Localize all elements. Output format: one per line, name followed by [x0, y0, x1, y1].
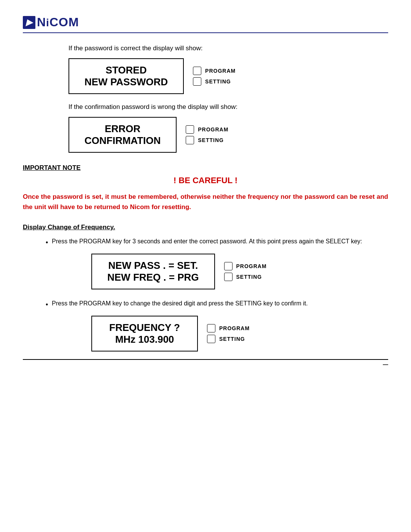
newpass-program-label: PROGRAM	[236, 263, 267, 269]
logo-text: NiCOM	[37, 15, 79, 29]
stored-setting-button[interactable]	[193, 77, 201, 86]
freq-display-box: FREQUENCY ? MHz 103.900	[91, 316, 198, 351]
display-change-section: Display Change of Frequency. • Press the…	[23, 224, 388, 351]
freq-buttons: PROGRAM SETTING	[207, 324, 250, 343]
bullet-text-1: Press the PROGRAM key for 3 seconds and …	[52, 236, 388, 246]
freq-setting-button[interactable]	[207, 335, 215, 343]
important-note-label: IMPORTANT NOTE	[23, 164, 388, 172]
freq-program-label: PROGRAM	[219, 325, 250, 331]
stored-line2: NEW PASSWORD	[84, 76, 168, 88]
error-program-button[interactable]	[186, 125, 194, 134]
bullet-text-2: Press the PROGRAM key to change the desi…	[52, 299, 388, 308]
freq-line2: MHz 103.900	[107, 334, 182, 345]
newpass-row: NEW PASS . = SET. NEW FREQ . = PRG PROGR…	[68, 254, 388, 289]
freq-setting-label: SETTING	[219, 336, 245, 342]
newpass-program-button[interactable]	[224, 262, 233, 270]
be-careful-text: ! BE CAREFUL !	[23, 176, 388, 185]
freq-program-row: PROGRAM	[207, 324, 250, 332]
stored-program-button[interactable]	[193, 67, 201, 75]
error-setting-button[interactable]	[186, 136, 194, 144]
bullet-item-1: • Press the PROGRAM key for 3 seconds an…	[46, 236, 388, 248]
bottom-divider	[23, 359, 388, 360]
stored-program-row: PROGRAM	[193, 67, 236, 75]
newpass-line2: NEW FREQ . = PRG	[107, 272, 199, 283]
freq-line1: FREQUENCY ?	[107, 322, 182, 334]
stored-setting-row: SETTING	[193, 77, 236, 86]
newpass-setting-row: SETTING	[224, 273, 267, 281]
bullet-dot-1: •	[46, 237, 48, 248]
logo-icon: ▶	[23, 16, 35, 29]
stored-intro-text: If the password is correct the display w…	[68, 45, 388, 52]
stored-buttons: PROGRAM SETTING	[193, 67, 236, 86]
freq-program-button[interactable]	[207, 324, 215, 332]
error-setting-label: SETTING	[198, 137, 224, 143]
freq-row: FREQUENCY ? MHz 103.900 PROGRAM SETTING	[68, 316, 388, 351]
logo: ▶ NiCOM	[23, 15, 79, 29]
newpass-buttons: PROGRAM SETTING	[224, 262, 267, 281]
error-buttons: PROGRAM SETTING	[186, 125, 228, 144]
important-note-section: IMPORTANT NOTE	[23, 164, 388, 172]
stored-display-box: STORED NEW PASSWORD	[68, 58, 184, 94]
display-change-heading: Display Change of Frequency.	[23, 224, 388, 231]
page-dash: —	[383, 361, 388, 367]
bullet-dot-2: •	[46, 299, 48, 310]
newpass-setting-label: SETTING	[236, 274, 262, 280]
logo-area: ▶ NiCOM	[23, 15, 388, 29]
newpass-display-box: NEW PASS . = SET. NEW FREQ . = PRG	[91, 254, 215, 289]
error-confirmation-row: ERROR CONFIRMATION PROGRAM SETTING	[68, 117, 388, 153]
stored-setting-label: SETTING	[205, 78, 231, 85]
stored-password-row: STORED NEW PASSWORD PROGRAM SETTING	[68, 58, 388, 94]
error-line1: ERROR	[84, 123, 161, 135]
newpass-line1: NEW PASS . = SET.	[107, 260, 199, 272]
header-divider	[23, 32, 388, 33]
warning-text: Once the password is set, it must be rem…	[23, 192, 388, 212]
stored-line1: STORED	[84, 64, 168, 76]
stored-program-label: PROGRAM	[205, 68, 236, 74]
error-program-row: PROGRAM	[186, 125, 228, 134]
newpass-program-row: PROGRAM	[224, 262, 267, 270]
error-line2: CONFIRMATION	[84, 135, 161, 147]
freq-setting-row: SETTING	[207, 335, 250, 343]
bullet-item-2: • Press the PROGRAM key to change the de…	[46, 299, 388, 310]
error-display-box: ERROR CONFIRMATION	[68, 117, 177, 153]
error-program-label: PROGRAM	[198, 126, 228, 133]
bottom-dash-area: —	[23, 361, 388, 367]
error-setting-row: SETTING	[186, 136, 228, 144]
newpass-setting-button[interactable]	[224, 273, 233, 281]
confirmation-intro-text: If the confirmation password is wrong th…	[68, 103, 388, 111]
